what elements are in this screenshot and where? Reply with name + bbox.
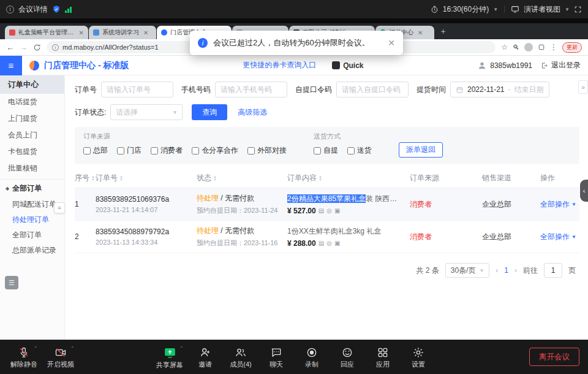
camera-device-caret-icon[interactable]: ⌃ <box>70 346 74 351</box>
meeting-details-label[interactable]: 会议详情 <box>18 4 48 15</box>
sidebar-item-pending-orders[interactable]: 待处理订单 <box>0 212 64 227</box>
date-range-picker[interactable]: 2022-11-21 - 结束日期 <box>450 82 549 97</box>
table-row[interactable]: 2 83859345088979792a 2023-11-13 14:33:34… <box>75 221 579 253</box>
logout-button[interactable]: 退出登录 <box>541 60 581 71</box>
qr-icon[interactable]: ▤ <box>318 207 324 214</box>
next-page-button[interactable]: › <box>514 266 517 275</box>
site-info-icon[interactable]: i <box>52 44 59 51</box>
view-mode-label[interactable]: 演讲者视图 <box>524 4 560 15</box>
settings-button[interactable]: 设置 <box>402 345 435 370</box>
browser-update-button[interactable]: 更新 <box>562 42 582 53</box>
unmute-button[interactable]: ⌃ 解除静音 <box>7 345 40 369</box>
security-shield-icon[interactable] <box>52 5 61 13</box>
collapse-filters-handle[interactable]: » <box>578 80 588 94</box>
meeting-sidebar-tool-button[interactable]: ☰ <box>5 276 18 289</box>
browser-tab-2[interactable]: 系统培训学习 ✕ <box>89 26 156 39</box>
order-no-label: 订单号 <box>75 85 97 95</box>
back-icon[interactable]: ← <box>6 44 14 52</box>
mic-device-caret-icon[interactable]: ⌃ <box>34 346 37 351</box>
sidebar-item-door-pickup[interactable]: 上门提货 <box>0 110 64 127</box>
reload-icon[interactable] <box>33 44 41 52</box>
checkbox-source-external[interactable]: 外部对接 <box>247 145 287 156</box>
apps-button[interactable]: 应用 <box>366 345 399 370</box>
browser-menu-icon[interactable]: ⋮ <box>550 43 557 52</box>
sidebar-item-phone-pickup[interactable]: 电话提货 <box>0 94 64 110</box>
order-no-input[interactable] <box>101 82 173 97</box>
service-icon[interactable]: ◎ <box>326 240 332 246</box>
tab-close-icon[interactable]: ✕ <box>143 29 148 36</box>
toast-close-icon[interactable]: ✕ <box>388 38 395 48</box>
app-menu-button[interactable]: ≡ <box>0 56 22 75</box>
checkbox-source-store[interactable]: 门店 <box>117 145 141 156</box>
right-panel-collapse-handle[interactable]: ‹ <box>580 180 588 202</box>
share-screen-button[interactable]: ⌃ 共享屏幕 <box>153 345 186 370</box>
user-account[interactable]: 8385wb1991 <box>477 61 532 71</box>
logout-icon <box>541 62 548 69</box>
checkbox-source-hq[interactable]: 总部 <box>83 145 108 156</box>
filter-row-1: 订单号 手机号码 自提口令码 提货时间 2022-11-21 - 结束日期 » <box>75 82 579 97</box>
record-button[interactable]: 录制 <box>295 345 328 370</box>
tab-close-icon[interactable]: ✕ <box>418 29 423 36</box>
meeting-info-icon[interactable]: i <box>6 6 14 13</box>
meeting-top-bar: i 会议详情 16:30(60分钟) ▼ 演讲者视图 ▼ <box>0 0 588 18</box>
sidebar-item-hq-dispatch-log[interactable]: 总部派单记录 <box>0 243 64 258</box>
pickup-code-label: 自提口令码 <box>295 85 332 95</box>
sidebar-item-card-pickup[interactable]: 卡包提货 <box>0 143 64 160</box>
row-index: 1 <box>75 200 96 208</box>
sidebar-expand-toggle[interactable]: ≡ <box>54 202 65 213</box>
start-date-value[interactable]: 2022-11-21 <box>467 85 505 94</box>
checkbox-delivery-ship[interactable]: 送货 <box>347 145 372 156</box>
current-page[interactable]: 1 <box>504 266 508 275</box>
search-icon[interactable]: 🔍︎ <box>513 44 519 51</box>
tab-close-icon[interactable]: ✕ <box>79 29 84 36</box>
prev-page-button[interactable]: ‹ <box>496 266 498 275</box>
sidebar-item-batch-verify[interactable]: 批量核销 <box>0 160 64 177</box>
invite-button[interactable]: 邀请 <box>189 345 222 370</box>
sort-icon[interactable]: ▲▼ <box>119 175 123 181</box>
extensions-icon[interactable] <box>538 44 545 51</box>
page-size-select[interactable]: 30条/页 ▼ <box>445 263 490 278</box>
sidebar-item-member-visit[interactable]: 会员上门 <box>0 127 64 143</box>
search-button[interactable]: 查询 <box>192 104 227 120</box>
app-page: 订单中心 电话提货 上门提货 会员上门 卡包提货 批量核销 ◆ 全部订单 同城配… <box>0 75 588 340</box>
row-actions-dropdown[interactable]: 全部操作▼ <box>540 199 579 210</box>
table-row[interactable]: 1 83859389251069376a 2023-11-21 14:14:07… <box>75 188 579 221</box>
note-icon[interactable]: ▣ <box>334 207 340 214</box>
view-mode-caret-icon[interactable]: ▼ <box>565 7 570 12</box>
pickup-code-input[interactable] <box>336 82 409 97</box>
checkbox-source-warehouse-coop[interactable]: 仓分享合作 <box>192 145 238 156</box>
goto-page-input[interactable] <box>544 263 562 278</box>
timer-caret-icon[interactable]: ▼ <box>493 7 498 12</box>
sort-icon[interactable]: ▲▼ <box>91 175 95 181</box>
service-icon[interactable]: ◎ <box>326 207 332 214</box>
sidebar-group-all-orders[interactable]: ◆ 全部订单 <box>0 179 64 197</box>
advanced-filter-link[interactable]: 高级筛选 <box>238 107 267 118</box>
browser-tab-1[interactable]: 礼盒策略平台管理中心 ✕ <box>5 26 88 39</box>
reactions-button[interactable]: 回应 <box>331 345 364 370</box>
bookmark-star-icon[interactable]: ☆ <box>501 43 508 52</box>
browser-profile-avatar[interactable] <box>524 43 533 52</box>
forward-icon[interactable]: → <box>20 44 28 52</box>
meeting-timer[interactable]: 16:30(60分钟) <box>443 4 489 15</box>
quick-entry[interactable]: Quick <box>332 61 363 70</box>
share-caret-icon[interactable]: ⌃ <box>179 346 183 351</box>
dispatch-return-button[interactable]: 派单退回 <box>399 142 443 158</box>
chat-button[interactable]: 聊天 <box>260 345 293 370</box>
coupon-query-link[interactable]: 更快捷的券卡查询入口 <box>243 60 316 71</box>
members-button[interactable]: 成员(4) <box>224 345 257 370</box>
checkbox-delivery-pickup[interactable]: 自提 <box>314 145 338 156</box>
row-actions-dropdown[interactable]: 全部操作▼ <box>540 232 579 242</box>
sidebar-item-all-orders[interactable]: 全部订单 <box>0 227 64 243</box>
note-icon[interactable]: ▣ <box>334 240 340 246</box>
start-video-button[interactable]: ⌃ 开启视频 <box>44 345 77 369</box>
end-date-placeholder[interactable]: 结束日期 <box>514 85 544 95</box>
fullscreen-icon[interactable] <box>574 6 582 13</box>
leave-meeting-button[interactable]: 离开会议 <box>529 348 579 366</box>
checkbox-source-consumer[interactable]: 消费者 <box>151 145 183 156</box>
phone-input[interactable] <box>215 82 287 97</box>
sort-icon[interactable]: ▲▼ <box>318 175 322 181</box>
order-status-select[interactable]: 请选择 ▼ <box>110 104 183 120</box>
qr-icon[interactable]: ▤ <box>318 240 324 246</box>
new-tab-button[interactable]: ＋ <box>439 26 447 37</box>
sort-icon[interactable]: ▲▼ <box>213 175 217 181</box>
